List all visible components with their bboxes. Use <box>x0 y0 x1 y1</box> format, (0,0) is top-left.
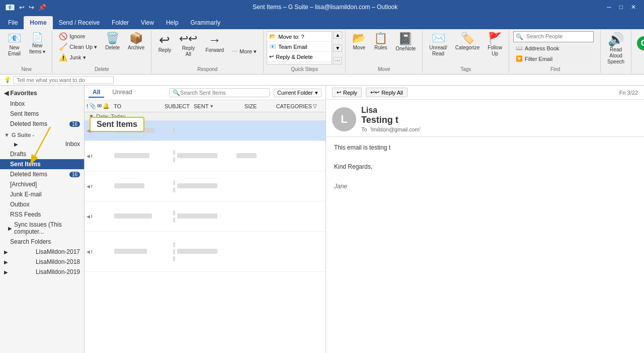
quick-access-redo[interactable]: ↪ <box>29 4 34 11</box>
gs-drafts-label: Drafts <box>10 151 26 158</box>
sidebar-item-gs-archived[interactable]: [Archived] <box>0 179 84 189</box>
archive-button[interactable]: 📦 Archive <box>124 31 148 64</box>
onenote-button[interactable]: 📓 OneNote <box>392 31 419 64</box>
reply-all-button[interactable]: ↩↩ ReplyAll <box>176 32 201 65</box>
row5-sent-text <box>177 249 217 254</box>
tab-home[interactable]: Home <box>24 16 52 29</box>
to-manager-label: To Manager <box>277 64 306 65</box>
quick-access-pin[interactable]: 📌 <box>38 4 46 11</box>
col-sent-header[interactable]: SENT ▼ <box>192 103 243 109</box>
filter-tab-all[interactable]: All <box>89 88 104 98</box>
sidebar-item-gs-junk[interactable]: Junk E-mail <box>0 189 84 199</box>
address-book-button[interactable]: 📖 Address Book <box>513 43 594 53</box>
sidebar-item-gs-drafts[interactable]: Drafts <box>0 149 84 159</box>
row2-flag: ! <box>91 154 93 159</box>
gs-inbox-collapse: ▶ <box>14 142 18 147</box>
sidebar-item-gs-rss[interactable]: RSS Feeds <box>0 209 84 220</box>
quicksteps-expand-button[interactable]: ⋯ <box>333 57 342 64</box>
table-row[interactable]: ◀ ! <box>85 141 326 171</box>
quicksteps-down-button[interactable]: ▼ <box>333 44 342 52</box>
avatar-initial: L <box>341 113 347 126</box>
current-folder-button[interactable]: Current Folder ▾ <box>274 89 321 97</box>
sidebar-item-arch-2019[interactable]: ▶ LisaMildon-2019 <box>0 267 84 277</box>
gsuite-header[interactable]: ▼ G Suite - <box>0 129 84 139</box>
tab-view[interactable]: View <box>135 16 160 29</box>
filter-tab-unread[interactable]: Unread <box>108 88 136 98</box>
junk-button[interactable]: ⚠️Junk ▾ <box>55 52 101 62</box>
tab-file[interactable]: File <box>2 16 24 29</box>
sidebar-item-gs-inbox[interactable]: ▶ Inbox <box>0 139 84 149</box>
forward-button[interactable]: → Forward <box>202 32 227 65</box>
sidebar-item-fav-deleted[interactable]: Deleted Items 16 <box>0 119 84 129</box>
rules-button[interactable]: 📋 Rules <box>370 31 391 64</box>
sidebar-item-arch-2018[interactable]: ▶ LisaMildon-2018 <box>0 257 84 267</box>
close-button[interactable]: ✕ <box>628 3 639 12</box>
sidebar-item-gs-outbox[interactable]: Outbox <box>0 199 84 209</box>
reply-button[interactable]: ↩ Reply <box>154 32 175 65</box>
sidebar-item-gs-sent[interactable]: Sent Items <box>0 159 84 169</box>
grammarly-icon-btn[interactable]: G ↩Reply ↩↩Reply All <box>634 31 644 56</box>
sort-arrow: ▼ <box>209 104 214 109</box>
col-cat-header[interactable]: CATEGORIES ▽ <box>274 103 321 109</box>
sidebar-item-fav-inbox[interactable]: Inbox <box>0 99 84 109</box>
table-row[interactable]: ◀ ! <box>85 201 326 232</box>
quick-access-undo[interactable]: ↩ <box>19 4 25 11</box>
delete-button[interactable]: 🗑️ Delete <box>102 31 123 64</box>
search-input[interactable] <box>180 90 266 96</box>
col-subject-header[interactable]: SUBJECT <box>163 103 192 109</box>
quickstep-move-to[interactable]: 📂 Move to: ? <box>267 32 332 42</box>
col-read-icon: ✉ <box>97 103 102 109</box>
sidebar-item-gs-search[interactable]: Search Folders <box>0 237 84 247</box>
content-area: All Unread 🔍 Current Folder ▾ ! 📎 ✉ 🔔 <box>85 86 644 353</box>
sender-to: To 'lmildon@gmail.com' <box>361 126 421 132</box>
categorize-button[interactable]: 🏷️ Categorize <box>452 31 483 64</box>
sidebar-item-arch-2017[interactable]: ▶ LisaMildon-2017 <box>0 247 84 257</box>
more-respond-button[interactable]: ⋯More ▾ <box>228 46 260 56</box>
tab-folder[interactable]: Folder <box>106 16 135 29</box>
minimize-button[interactable]: ─ <box>604 3 614 12</box>
reading-reply-all-button[interactable]: ↩↩ Reply All <box>366 88 408 97</box>
row5-flag: ! <box>91 249 93 254</box>
categorize-label: Categorize <box>455 45 479 51</box>
new-email-button[interactable]: 📧 NewEmail <box>4 31 25 64</box>
rules-icon: 📋 <box>374 33 387 44</box>
favorites-header[interactable]: ◀ Favorites <box>0 88 84 99</box>
tab-grammarly[interactable]: Grammarly <box>185 16 226 29</box>
row4-sent-text <box>177 214 217 219</box>
sidebar-item-gs-deleted[interactable]: Deleted Items 16 <box>0 169 84 179</box>
reply-icon: ↩ <box>159 33 170 46</box>
gsuite-label: G Suite - <box>12 132 34 138</box>
quickstep-to-manager[interactable]: → To Manager <box>267 62 332 64</box>
maximize-button[interactable]: □ <box>616 3 626 12</box>
new-items-button[interactable]: 📄 NewItems ▾ <box>26 31 49 64</box>
read-aloud-button[interactable]: 🔊 ReadAloudSpeech <box>604 31 628 64</box>
cleanup-button[interactable]: 🧹Clean Up ▾ <box>55 42 101 52</box>
sidebar-item-gs-sync[interactable]: ▶ Sync Issues (This computer... <box>0 220 84 237</box>
tell-me-wrapper[interactable] <box>13 76 114 84</box>
tell-me-input[interactable] <box>17 77 107 83</box>
quickstep-team-email[interactable]: 📧 Team Email <box>267 42 332 52</box>
gsuite-collapse-arrow: ▼ <box>4 132 10 138</box>
gs-deleted-label: Deleted Items <box>10 171 47 178</box>
sidebar-item-fav-sent[interactable]: Sent Items <box>0 109 84 119</box>
table-row[interactable]: ◀ ! <box>85 232 326 272</box>
ignore-button[interactable]: 🚫Ignore <box>55 31 101 41</box>
junk-icon: ⚠️ <box>59 53 67 61</box>
search-people-input[interactable] <box>523 32 589 40</box>
col-size-header[interactable]: SIZE <box>243 103 274 109</box>
tab-send-receive[interactable]: Send / Receive <box>53 16 106 29</box>
quicksteps-up-button[interactable]: ▲ <box>333 31 342 39</box>
unread-read-button[interactable]: ✉️ Unread/Read <box>426 31 451 64</box>
cleanup-icon: 🧹 <box>59 43 67 51</box>
quicksteps-arrows: ▲ ▼ ⋯ <box>333 31 342 64</box>
filter-email-button[interactable]: 🔽 Filter Email <box>513 54 594 63</box>
quickstep-reply-delete[interactable]: ↩ Reply & Delete <box>267 52 332 62</box>
follow-up-button[interactable]: 🚩 FollowUp <box>484 31 506 64</box>
col-to-header[interactable]: TO <box>112 103 163 109</box>
unread-read-label: Unread/Read <box>429 45 447 57</box>
table-row[interactable]: ◀ ! <box>85 171 326 201</box>
tab-help[interactable]: Help <box>160 16 185 29</box>
move-button[interactable]: 📂 Move <box>349 31 369 64</box>
reading-reply-button[interactable]: ↩ Reply <box>332 88 362 97</box>
window-controls: ─ □ ✕ <box>604 3 639 12</box>
